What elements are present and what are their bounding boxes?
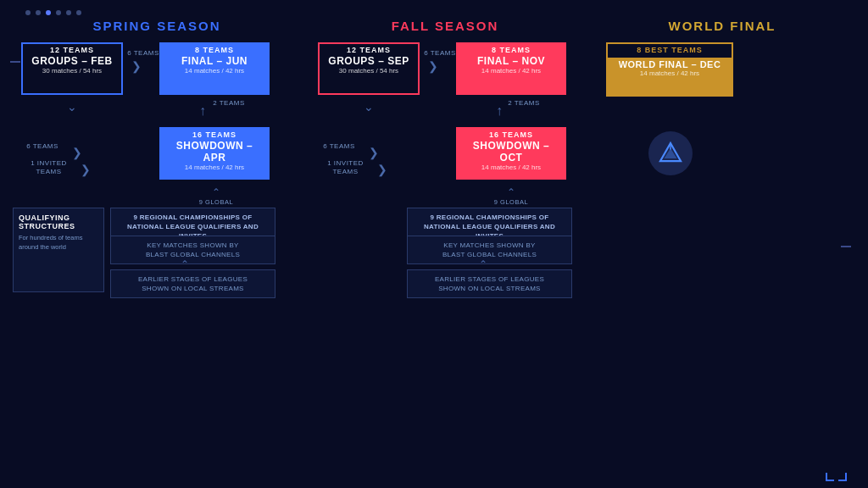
spring-groups-box: 12 TEAMS GROUPS – FEB 30 matches / 54 hr… [21,42,123,95]
fall-showdown-box: 16 TEAMS SHOWDOWN – OCT 14 matches / 42 … [456,127,566,180]
fall-6teams-left-label: 6 TEAMS [318,142,360,150]
fall-qual-chevron: ⌃ [507,186,515,198]
fall-left-arrow1: ❯ [369,146,379,159]
fall-groups-name: GROUPS – SEP [325,55,413,67]
qualifying-struct-title: QUALIFYING STRUCTURES [19,214,98,230]
fall-2teams-label: 2 TEAMS [503,99,545,107]
fall-6teams-label: 6 TEAMS [423,49,457,57]
spring-invited-label: 1 INVITED TEAMS [21,159,76,177]
spring-final-box: 8 TEAMS FINAL – JUN 14 matches / 42 hrs [159,42,270,95]
world-section-header: WORLD FINAL [589,19,855,34]
fall-qual-box2: KEY MATCHES SHOWN BYBLAST GLOBAL CHANNEL… [407,236,572,264]
fall-qual-box3-text: EARLIER STAGES OF LEAGUESSHOWN ON LOCAL … [415,274,565,293]
main-container: SPRING SEASON FALL SEASON WORLD FINAL 12… [0,0,868,488]
spring-groups-name: GROUPS – FEB [28,55,116,67]
world-best-count: 8 BEST TEAMS [613,46,726,54]
fall-arrow-up: ↑ [491,103,508,119]
diagram-area: 12 TEAMS GROUPS – FEB 30 matches / 54 hr… [13,34,855,488]
spring-arrow-up: ↑ [194,103,211,119]
spring-showdown-box: 16 TEAMS SHOWDOWN – APR 14 matches / 42 … [159,127,270,180]
sections-header: SPRING SEASON FALL SEASON WORLD FINAL [0,0,868,34]
qualifying-structures-box: QUALIFYING STRUCTURES For hundreds of te… [13,208,104,292]
spring-qual-chevron: ⌃ [212,186,220,198]
fall-final-name: FINAL – NOV [463,55,559,67]
spring-section-header: SPRING SEASON [13,19,301,34]
world-final-details: 14 matches / 42 hrs [613,69,726,77]
blast-logo-circle [648,131,693,175]
fall-showdown-count: 16 TEAMS [463,130,559,139]
fall-invited-label: 1 INVITED TEAMS [318,159,373,177]
fall-title: FALL SEASON [392,19,499,33]
qualifying-struct-desc: For hundreds of teams around the world [19,234,98,252]
world-title: WORLD FINAL [669,19,776,33]
fall-mid-chevron: ⌃ [479,258,487,270]
spring-left-arrow2: ❯ [81,163,91,176]
fall-final-details: 14 matches / 42 hrs [463,67,559,75]
spring-groups-count: 12 TEAMS [28,46,116,54]
spring-left-arrow1: ❯ [72,146,82,159]
spring-final-count: 8 TEAMS [166,46,263,54]
fall-chevron-down: ⌄ [356,100,381,114]
spring-qual-box2: KEY MATCHES SHOWN BYBLAST GLOBAL CHANNEL… [110,236,275,264]
spring-mid-chevron: ⌃ [181,258,189,270]
fall-groups-count: 12 TEAMS [325,46,413,54]
spring-arrow-right: ❯ [131,59,142,73]
spring-chevron-down: ⌄ [59,100,85,114]
fall-qual-box2-text: KEY MATCHES SHOWN BYBLAST GLOBAL CHANNEL… [415,241,565,259]
fall-qual-box3: EARLIER STAGES OF LEAGUESSHOWN ON LOCAL … [407,269,572,298]
fall-final-box: 8 TEAMS FINAL – NOV 14 matches / 42 hrs [456,42,566,95]
corner-decoration [826,473,847,481]
corner-bracket-right [838,473,847,481]
spring-groups-details: 30 matches / 54 hrs [28,67,116,75]
spring-final-name: FINAL – JUN [166,55,263,67]
side-dash-right-top [841,246,851,247]
fall-arrow-right: ❯ [428,59,438,73]
spring-qual-box2-text: KEY MATCHES SHOWN BYBLAST GLOBAL CHANNEL… [118,241,268,259]
spring-6teams-left-label: 6 TEAMS [21,142,64,150]
world-final-name: WORLD FINAL – DEC [613,59,726,69]
fall-groups-box: 12 TEAMS GROUPS – SEP 30 matches / 54 hr… [318,42,420,95]
spring-showdown-details: 14 matches / 42 hrs [166,164,263,171]
fall-final-count: 8 TEAMS [463,46,559,54]
spring-qual-box3: EARLIER STAGES OF LEAGUESSHOWN ON LOCAL … [110,269,275,298]
fall-groups-details: 30 matches / 54 hrs [325,67,413,75]
world-final-box: WORLD FINAL – DEC 14 matches / 42 hrs [606,58,733,97]
spring-showdown-count: 16 TEAMS [166,130,263,139]
world-best-count-box: 8 BEST TEAMS [606,42,733,58]
fall-section-header: FALL SEASON [301,19,589,34]
corner-bracket-left [826,473,834,481]
fall-left-arrow2: ❯ [377,163,387,176]
spring-showdown-name: SHOWDOWN – APR [166,140,263,164]
spring-title: SPRING SEASON [92,19,220,33]
blast-logo-icon [658,141,683,166]
spring-qual-box3-text: EARLIER STAGES OF LEAGUESSHOWN ON LOCAL … [118,274,268,293]
spring-2teams-label: 2 TEAMS [208,99,250,107]
spring-final-details: 14 matches / 42 hrs [166,67,263,75]
spring-6teams-label: 6 TEAMS [126,49,160,57]
fall-showdown-name: SHOWDOWN – OCT [463,140,559,164]
fall-showdown-details: 14 matches / 42 hrs [463,164,559,171]
